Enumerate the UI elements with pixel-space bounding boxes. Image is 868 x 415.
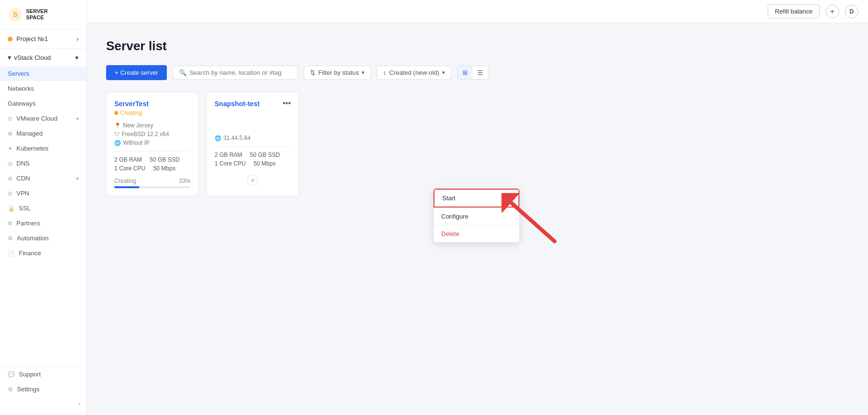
page-content: Server list + Create server 🔍 ⇅ Filter b… [87, 23, 868, 212]
project-selector[interactable]: Project №1 › [0, 29, 86, 49]
ssl-label: SSL [19, 205, 31, 212]
search-input[interactable] [190, 69, 292, 76]
dropdown-delete-button[interactable]: Delete [434, 225, 519, 242]
project-dot [8, 37, 13, 42]
card-menu-button[interactable]: ••• [281, 98, 293, 109]
automation-label: Automation [17, 235, 49, 242]
grid-view-button[interactable]: ⊞ [458, 66, 473, 79]
card-ip: 🌐 31.44.5.84 [215, 135, 291, 141]
dropdown-start-button[interactable]: Start [434, 189, 519, 208]
spec-row-cpu-bw: 1 Core CPU 50 Mbps [114, 165, 190, 172]
card-ip: 🌐 Without IP [114, 139, 190, 146]
dropdown-menu: Start Configure Delete [433, 188, 520, 243]
dns-icon: ◎ [8, 160, 13, 167]
spec-row-cpu-bw: 1 Core CPU 50 Mbps [215, 160, 291, 167]
cdn-icon: ⊛ [8, 175, 13, 182]
finance-icon: 📄 [8, 250, 15, 257]
cdn-label: CDN [16, 175, 30, 182]
card-specs: 2 GB RAM 50 GB SSD 1 Core CPU 50 Mbps [114, 156, 190, 172]
progress-section: Creating 33% [114, 178, 190, 188]
menu-dots-icon: ••• [283, 99, 291, 107]
create-server-button[interactable]: + Create server [106, 65, 167, 80]
user-avatar[interactable]: D [845, 5, 858, 18]
list-view-button[interactable]: ☰ [473, 66, 488, 79]
avatar-label: D [850, 8, 854, 15]
bw-spec: 50 Mbps [254, 160, 276, 167]
sidebar-item-kubernetes[interactable]: ✦ Kubernetes [0, 141, 86, 156]
progress-bar-bg [114, 186, 190, 188]
sidebar-item-cdn[interactable]: ⊛ CDN ◂ [0, 171, 86, 186]
sidebar-item-networks[interactable]: Networks [0, 81, 86, 96]
shield-icon: 🛡 [114, 131, 120, 137]
sidebar-item-servers[interactable]: Servers [0, 66, 86, 81]
sidebar-item-vpn[interactable]: ⊝ VPN [0, 186, 86, 201]
grid-icon: ⊞ [462, 69, 468, 76]
sidebar-item-partners[interactable]: ✲ Partners [0, 216, 86, 231]
filter-chevron: ▾ [362, 69, 365, 76]
logo: S SERVERSPACE [0, 0, 86, 29]
main-content: Refill balance + D Server list + Create … [87, 0, 868, 415]
add-button[interactable]: + [826, 5, 839, 18]
search-icon: 🔍 [179, 69, 187, 76]
logo-text: SERVERSPACE [26, 8, 48, 21]
status-label: Creating [120, 110, 142, 116]
spec-row-ram-storage: 2 GB RAM 50 GB SSD [114, 156, 190, 163]
sidebar-item-ssl[interactable]: 🔒 SSL [0, 201, 86, 216]
ssl-icon: 🔒 [8, 205, 15, 212]
gateways-label: Gateways [8, 100, 36, 107]
filter-status-button[interactable]: ⇅ Filter by status ▾ [304, 66, 371, 80]
cloud-section[interactable]: ▾ vStack Cloud ▾ [0, 49, 86, 66]
sort-label: Created (new-old) [389, 69, 439, 76]
networks-label: Networks [8, 85, 34, 92]
sidebar-item-dns[interactable]: ◎ DNS [0, 156, 86, 171]
list-icon: ☰ [477, 69, 483, 76]
server-card-servertest[interactable]: ServerTest Creating 📍 New Jersey 🛡 FreeB… [106, 92, 199, 196]
server-card-snapshot-test[interactable]: Snapshot-test ••• 🌐 31.44.5.84 2 GB RAM … [206, 92, 299, 196]
vmware-icon: ⊙ [8, 115, 13, 122]
filter-icon: ⇅ [310, 69, 315, 76]
ram-spec: 2 GB RAM [114, 156, 142, 163]
storage-spec: 50 GB SSD [250, 152, 280, 158]
project-name: Project №1 [16, 35, 48, 42]
globe-icon: 🌐 [215, 135, 221, 141]
add-icon: + [830, 7, 834, 16]
vmware-label: VMware Cloud [16, 115, 57, 122]
support-icon: 💬 [8, 371, 15, 378]
project-arrow: › [77, 35, 79, 42]
sidebar-item-settings[interactable]: ⚙ Settings [0, 382, 86, 397]
partners-icon: ✲ [8, 220, 13, 227]
sidebar-item-gateways[interactable]: Gateways [0, 96, 86, 111]
dns-label: DNS [16, 160, 29, 167]
card-specs: 2 GB RAM 50 GB SSD 1 Core CPU 50 Mbps [215, 152, 291, 167]
sort-button[interactable]: ↕ Created (new-old) ▾ [377, 66, 451, 80]
sidebar-item-automation[interactable]: ⚙ Automation [0, 231, 86, 246]
add-server-button[interactable]: + [247, 175, 258, 186]
search-box[interactable]: 🔍 [173, 66, 298, 80]
cloud-icon: ▾ [8, 54, 11, 61]
logo-icon: S [8, 7, 23, 22]
servers-label: Servers [8, 70, 29, 77]
automation-icon: ⚙ [8, 235, 13, 242]
refill-balance-button[interactable]: Refill balance [768, 4, 820, 18]
sidebar-collapse-btn[interactable]: ‹ [0, 397, 86, 411]
sort-icon: ↕ [383, 69, 386, 76]
filter-label: Filter by status [318, 69, 359, 76]
settings-label: Settings [17, 386, 40, 393]
cpu-spec: 1 Core CPU [114, 165, 146, 172]
svg-text:S: S [13, 11, 17, 18]
progress-bar-fill [114, 186, 139, 188]
sidebar-item-finance[interactable]: 📄 Finance [0, 246, 86, 261]
sidebar-item-support[interactable]: 💬 Support [0, 367, 86, 382]
bw-spec: 50 Mbps [153, 165, 176, 172]
card-spacer [215, 110, 291, 135]
progress-label: Creating [114, 178, 136, 184]
dropdown-configure-button[interactable]: Configure [434, 208, 519, 225]
vpn-icon: ⊝ [8, 190, 13, 197]
k8s-icon: ✦ [8, 145, 13, 152]
sidebar-item-vmware[interactable]: ⊙ VMware Cloud ◂ [0, 111, 86, 126]
card-divider [114, 151, 190, 152]
ram-spec: 2 GB RAM [215, 152, 242, 158]
card-os: 🛡 FreeBSD 12.2 x64 [114, 131, 190, 138]
sidebar-item-managed[interactable]: ⊕ Managed [0, 126, 86, 141]
finance-label: Finance [19, 249, 41, 257]
